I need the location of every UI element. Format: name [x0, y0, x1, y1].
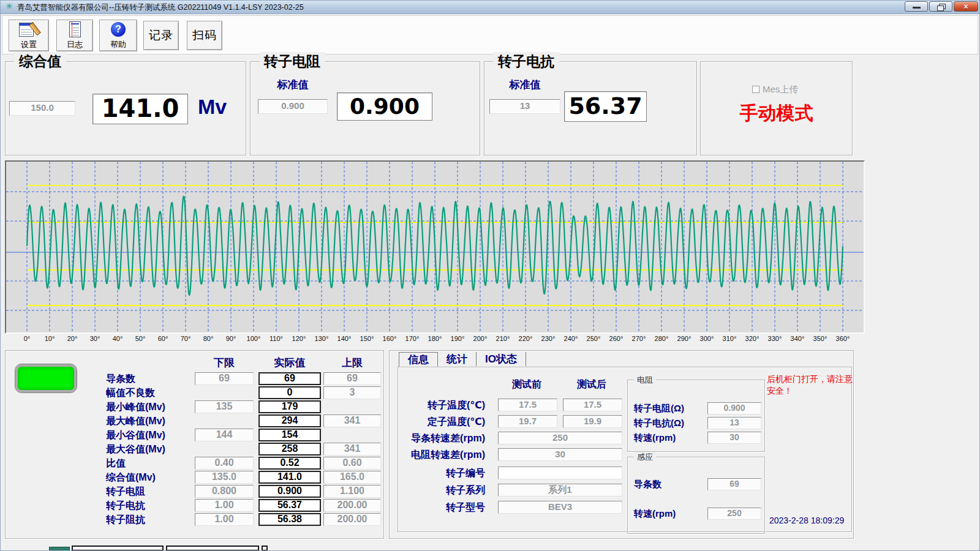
header-after-test: 测试后 — [561, 378, 622, 391]
result-lower-limit-field: 1.00 — [195, 499, 254, 512]
panel-composite-value: 综合值 150.0 141.0 Mv — [5, 61, 246, 156]
info-row-label: 转子型号 — [399, 501, 485, 514]
rotor-serial-input[interactable] — [498, 467, 622, 479]
resistance-group: 电阻 转子电阻(Ω)0.900转子电抗(Ω)13转速(rpm)30 — [627, 380, 765, 452]
minimize-button[interactable] — [905, 1, 928, 12]
result-row-label: 转子电阻 — [106, 485, 194, 498]
cutoff-widget — [262, 545, 268, 551]
settings-icon — [18, 21, 39, 38]
tab-statistics[interactable]: 统计 — [438, 352, 477, 366]
settings-button[interactable]: 设置 — [9, 20, 49, 51]
log-label: 日志 — [67, 39, 83, 50]
info-after-field: 17.5 — [563, 399, 622, 411]
record-label: 记录 — [149, 28, 173, 43]
title-bar: ✳ 青岛艾普智能仪器有限公司--压铸转子测试系统 G202211049 V1.1… — [0, 0, 980, 14]
result-lower-limit-field: 0.40 — [195, 457, 254, 470]
help-button[interactable]: ? 帮助 — [99, 20, 137, 51]
info-row-label: 电阻转速差(rpm) — [399, 448, 485, 461]
side-group-field: 30 — [707, 432, 761, 444]
result-actual-value-field: 56.37 — [258, 499, 321, 512]
help-label: 帮助 — [110, 39, 126, 50]
info-wide-field: 系列1 — [498, 484, 622, 497]
result-upper-limit-field: 69 — [323, 372, 381, 385]
result-actual-value-field: 0.900 — [258, 485, 321, 498]
header-lower-limit: 下限 — [195, 356, 254, 370]
restore-button[interactable] — [929, 1, 952, 12]
info-content: 测试前 测试后 转子温度(℃)17.517.5定子温度(℃)19.719.9导条… — [398, 367, 852, 532]
result-actual-value-field: 141.0 — [258, 471, 321, 484]
close-button[interactable]: × — [954, 1, 978, 12]
info-wide-field: BEV3 — [498, 501, 622, 514]
result-row-label: 幅值不良数 — [106, 386, 194, 399]
header-upper-limit: 上限 — [323, 356, 381, 370]
result-upper-limit-field: 341 — [323, 414, 381, 427]
reactance-standard-label: 标准值 — [494, 78, 556, 92]
help-icon: ? — [108, 21, 129, 38]
result-actual-value-field: 294 — [258, 414, 321, 427]
tab-info[interactable]: 信息 — [399, 352, 438, 367]
window-title: 青岛艾普智能仪器有限公司--压铸转子测试系统 G202211049 V1.1.4… — [17, 2, 304, 13]
result-upper-limit-field: 200.00 — [323, 499, 381, 512]
result-lower-limit-field: 1.00 — [195, 513, 254, 526]
restore-icon-front — [937, 6, 944, 11]
result-actual-value-field: 258 — [258, 443, 321, 455]
induction-group-title: 感应 — [634, 452, 656, 463]
info-wide-field: 30 — [498, 448, 622, 461]
result-row-label: 最大峰值(Mv) — [106, 414, 194, 427]
result-row-label: 综合值(Mv) — [106, 471, 194, 484]
scan-button[interactable]: 扫码 — [187, 21, 222, 50]
info-before-field: 19.7 — [498, 415, 557, 428]
panel-rotor-resistance: 转子电阻 标准值 0.900 0.900 — [250, 61, 480, 156]
mes-upload-checkbox[interactable] — [752, 86, 760, 93]
log-button[interactable]: 日志 — [56, 20, 93, 51]
result-upper-limit-field: 165.0 — [323, 471, 381, 484]
cutoff-widget — [49, 547, 70, 551]
info-row-label: 转子编号 — [399, 467, 485, 479]
result-row-label: 转子电抗 — [106, 499, 194, 512]
result-actual-value-field: 154 — [258, 429, 321, 441]
result-actual-value-field: 69 — [258, 372, 321, 385]
header-before-test: 测试前 — [496, 378, 557, 391]
log-icon — [64, 21, 85, 38]
side-group-field: 13 — [707, 417, 761, 429]
composite-title: 综合值 — [14, 52, 66, 71]
x-axis-tick: 360° — [829, 335, 856, 342]
result-upper-limit-field: 341 — [323, 443, 381, 455]
side-group-label: 转子电抗(Ω) — [634, 417, 684, 429]
result-lower-limit-field: 135 — [195, 400, 254, 413]
mes-upload-label: Mes上传 — [763, 84, 798, 96]
mode-indicator: 手动模式 — [701, 101, 852, 126]
composite-reference-field: 150.0 — [9, 101, 75, 116]
result-lower-limit-field: 135.0 — [195, 471, 254, 484]
side-group-field: 69 — [707, 478, 761, 490]
side-group-label: 转子电阻(Ω) — [634, 402, 684, 414]
resistance-standard-field: 0.900 — [258, 99, 328, 114]
result-row-label: 最小谷值(Mv) — [106, 429, 194, 441]
result-row-label: 最小峰值(Mv) — [106, 400, 194, 413]
reactance-standard-field: 13 — [489, 99, 560, 114]
reactance-title: 转子电抗 — [493, 52, 559, 71]
scan-label: 扫码 — [192, 28, 217, 43]
result-row-label: 导条数 — [106, 372, 194, 385]
info-row-label: 导条转速差(rpm) — [399, 432, 485, 444]
resistance-value-display: 0.900 — [337, 92, 432, 121]
tab-io-status[interactable]: IO状态 — [477, 352, 526, 366]
record-button[interactable]: 记录 — [143, 21, 179, 50]
resistance-standard-label: 标准值 — [262, 78, 323, 92]
result-lower-limit-field: 144 — [195, 429, 254, 441]
reactance-value-display: 56.37 — [564, 91, 647, 122]
induction-group: 感应 导条数69转速(rpm)250 — [627, 457, 765, 534]
resistance-title: 转子电阻 — [259, 52, 325, 71]
side-group-label: 转速(rpm) — [634, 508, 676, 520]
info-after-field: 19.9 — [563, 415, 622, 428]
settings-label: 设置 — [21, 39, 37, 50]
result-upper-limit-field: 200.00 — [323, 513, 381, 526]
side-group-label: 转速(rpm) — [634, 432, 676, 444]
result-upper-limit-field: 1.100 — [323, 485, 381, 498]
status-lamp — [15, 364, 77, 392]
app-icon: ✳ — [4, 1, 14, 11]
minimize-icon — [913, 7, 921, 9]
panel-mode: Mes上传 手动模式 — [700, 61, 853, 156]
panel-rotor-reactance: 转子电抗 标准值 13 56.37 — [484, 61, 697, 156]
info-panel: 信息 统计 IO状态 测试前 测试后 转子温度(℃)17.517.5定子温度(℃… — [389, 350, 854, 539]
